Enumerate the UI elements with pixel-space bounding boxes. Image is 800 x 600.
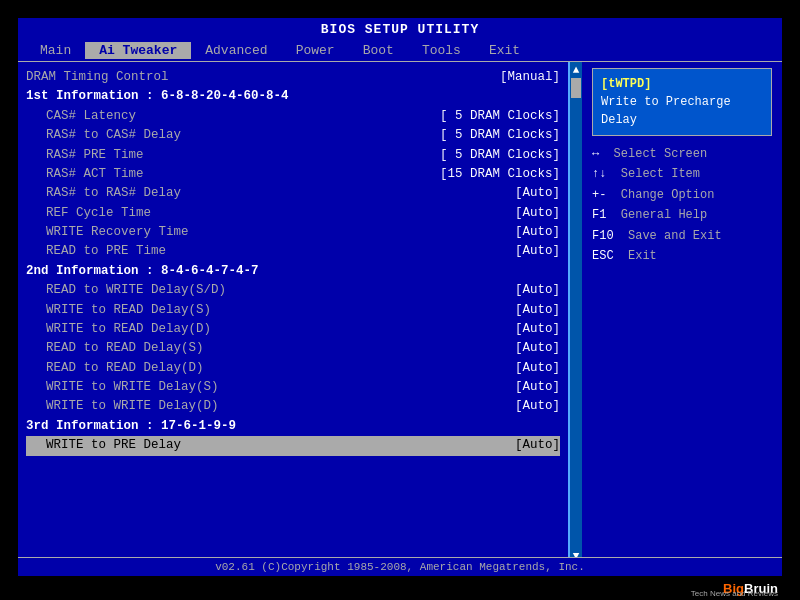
nav-key: ↑↓: [592, 167, 606, 181]
menu-item-power[interactable]: Power: [282, 42, 349, 59]
nav-item: F10 Save and Exit: [592, 226, 772, 246]
nav-help: ↔ Select Screen↑↓ Select Item+- Change O…: [592, 144, 772, 266]
menu-item-ai-tweaker[interactable]: Ai Tweaker: [85, 42, 191, 59]
bios-row: 2nd Information : 8-4-6-4-7-4-7: [26, 262, 560, 281]
row-value: [ 5 DRAM Clocks]: [440, 107, 560, 126]
row-label: RAS# ACT Time: [26, 165, 144, 184]
title-bar: BIOS SETUP UTILITY: [18, 18, 782, 40]
row-value: [Manual]: [500, 68, 560, 87]
bios-row: 3rd Information : 17-6-1-9-9: [26, 417, 560, 436]
nav-item: ↔ Select Screen: [592, 144, 772, 164]
nav-desc: Select Screen: [614, 147, 708, 161]
row-label: READ to READ Delay(S): [26, 339, 204, 358]
nav-key: +-: [592, 188, 606, 202]
row-value: [15 DRAM Clocks]: [440, 165, 560, 184]
content-area: DRAM Timing Control[Manual]1st Informati…: [18, 62, 782, 564]
row-label: READ to READ Delay(D): [26, 359, 204, 378]
row-value: [Auto]: [515, 339, 560, 358]
bios-row[interactable]: WRITE to PRE Delay[Auto]: [26, 436, 560, 455]
bios-row[interactable]: CAS# Latency[ 5 DRAM Clocks]: [26, 107, 560, 126]
title-text: BIOS SETUP UTILITY: [321, 22, 479, 37]
bios-row[interactable]: WRITE to WRITE Delay(D)[Auto]: [26, 397, 560, 416]
bios-row: 1st Information : 6-8-8-20-4-60-8-4: [26, 87, 560, 106]
menu-item-main[interactable]: Main: [26, 42, 85, 59]
bios-row[interactable]: WRITE to READ Delay(S)[Auto]: [26, 301, 560, 320]
nav-desc: Select Item: [621, 167, 700, 181]
row-value: [Auto]: [515, 359, 560, 378]
bios-row[interactable]: REF Cycle Time[Auto]: [26, 204, 560, 223]
scroll-up-arrow[interactable]: ▲: [573, 64, 580, 76]
row-label: READ to WRITE Delay(S/D): [26, 281, 226, 300]
menu-item-exit[interactable]: Exit: [475, 42, 534, 59]
row-value: [Auto]: [515, 184, 560, 203]
nav-item: +- Change Option: [592, 185, 772, 205]
scrollbar[interactable]: ▲ ▼: [570, 62, 582, 564]
footer-text: v02.61 (C)Copyright 1985-2008, American …: [215, 561, 585, 573]
nav-key: F1: [592, 208, 606, 222]
row-label: READ to PRE Time: [26, 242, 166, 261]
nav-key: ↔: [592, 147, 599, 161]
row-label: WRITE to WRITE Delay(D): [26, 397, 219, 416]
menu-bar: MainAi TweakerAdvancedPowerBootToolsExit: [18, 40, 782, 62]
nav-desc: General Help: [621, 208, 707, 222]
help-box: [tWTPD] Write to PrechargeDelay: [592, 68, 772, 136]
bios-row[interactable]: READ to READ Delay(S)[Auto]: [26, 339, 560, 358]
nav-key: ESC: [592, 249, 614, 263]
row-value: [ 5 DRAM Clocks]: [440, 146, 560, 165]
row-label: WRITE to READ Delay(D): [26, 320, 211, 339]
row-label: WRITE to READ Delay(S): [26, 301, 211, 320]
nav-desc: Change Option: [621, 188, 715, 202]
nav-item: ESC Exit: [592, 246, 772, 266]
bios-row[interactable]: DRAM Timing Control[Manual]: [26, 68, 560, 87]
bios-row[interactable]: RAS# ACT Time[15 DRAM Clocks]: [26, 165, 560, 184]
nav-desc: Exit: [628, 249, 657, 263]
bios-row[interactable]: RAS# to RAS# Delay[Auto]: [26, 184, 560, 203]
menu-item-boot[interactable]: Boot: [349, 42, 408, 59]
bigbruin-tagline: Tech News and Reviews: [691, 589, 778, 598]
menu-item-tools[interactable]: Tools: [408, 42, 475, 59]
bios-row[interactable]: READ to PRE Time[Auto]: [26, 242, 560, 261]
row-value: [Auto]: [515, 320, 560, 339]
row-value: [Auto]: [515, 223, 560, 242]
bios-row[interactable]: WRITE to READ Delay(D)[Auto]: [26, 320, 560, 339]
row-value: [Auto]: [515, 378, 560, 397]
bios-row[interactable]: READ to READ Delay(D)[Auto]: [26, 359, 560, 378]
row-label: REF Cycle Time: [26, 204, 151, 223]
left-panel: DRAM Timing Control[Manual]1st Informati…: [18, 62, 570, 564]
row-value: [Auto]: [515, 436, 560, 455]
row-label: WRITE Recovery Time: [26, 223, 189, 242]
row-label: 3rd Information : 17-6-1-9-9: [26, 417, 236, 436]
row-label: RAS# to RAS# Delay: [26, 184, 181, 203]
bios-rows: DRAM Timing Control[Manual]1st Informati…: [26, 68, 560, 456]
row-value: [ 5 DRAM Clocks]: [440, 126, 560, 145]
row-value: [Auto]: [515, 301, 560, 320]
scrollbar-thumb[interactable]: [571, 78, 581, 98]
nav-item: ↑↓ Select Item: [592, 164, 772, 184]
row-label: DRAM Timing Control: [26, 68, 169, 87]
row-label: 1st Information : 6-8-8-20-4-60-8-4: [26, 87, 289, 106]
row-label: RAS# to CAS# Delay: [26, 126, 181, 145]
row-label: CAS# Latency: [26, 107, 136, 126]
nav-key: F10: [592, 229, 614, 243]
help-title: [tWTPD]: [601, 75, 763, 93]
row-value: [Auto]: [515, 204, 560, 223]
row-value: [Auto]: [515, 281, 560, 300]
footer: v02.61 (C)Copyright 1985-2008, American …: [18, 557, 782, 576]
row-label: RAS# PRE Time: [26, 146, 144, 165]
bios-row[interactable]: READ to WRITE Delay(S/D)[Auto]: [26, 281, 560, 300]
right-panel: [tWTPD] Write to PrechargeDelay ↔ Select…: [582, 62, 782, 564]
row-value: [Auto]: [515, 242, 560, 261]
bios-row[interactable]: WRITE Recovery Time[Auto]: [26, 223, 560, 242]
menu-item-advanced[interactable]: Advanced: [191, 42, 281, 59]
row-value: [Auto]: [515, 397, 560, 416]
bios-screen: BIOS SETUP UTILITY MainAi TweakerAdvance…: [18, 18, 782, 576]
help-content: Write to PrechargeDelay: [601, 93, 763, 129]
nav-item: F1 General Help: [592, 205, 772, 225]
nav-desc: Save and Exit: [628, 229, 722, 243]
bios-row[interactable]: RAS# PRE Time[ 5 DRAM Clocks]: [26, 146, 560, 165]
row-label: 2nd Information : 8-4-6-4-7-4-7: [26, 262, 259, 281]
row-label: WRITE to PRE Delay: [26, 436, 181, 455]
bios-row[interactable]: RAS# to CAS# Delay[ 5 DRAM Clocks]: [26, 126, 560, 145]
row-label: WRITE to WRITE Delay(S): [26, 378, 219, 397]
bios-row[interactable]: WRITE to WRITE Delay(S)[Auto]: [26, 378, 560, 397]
